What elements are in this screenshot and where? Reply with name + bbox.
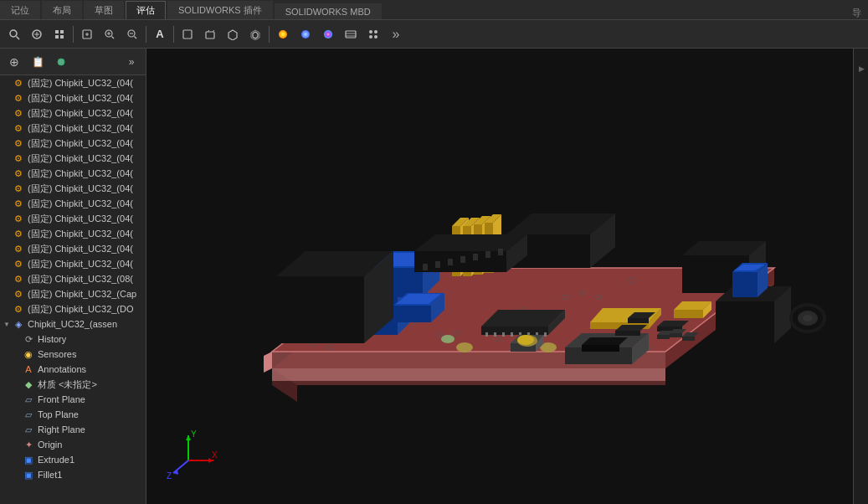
svg-rect-19 (183, 30, 192, 39)
menu-tabs: 记位 布局 草图 评估 SOLIDWORKS 插件 SOLIDWORKS MBD… (0, 0, 868, 20)
sidebar-tree-item-9[interactable]: ⚙ (固定) Chipkit_UC32_(04( (0, 196, 146, 211)
toolbar-zoom-in[interactable] (99, 23, 121, 45)
svg-rect-20 (206, 32, 214, 39)
sidebar-tree-item-19[interactable]: ◉ Sensores (0, 347, 146, 362)
sidebar-tree-item-13[interactable]: ⚙ (固定) Chipkit_UC32_(04( (0, 256, 146, 271)
sidebar-expand-btn[interactable]: » (121, 51, 142, 73)
svg-point-65 (456, 342, 473, 352)
pcb-3d-view: Y X Z (146, 49, 868, 504)
svg-rect-150 (448, 259, 453, 265)
sidebar-tree-item-25[interactable]: ✦ Origin (0, 437, 146, 452)
svg-point-0 (10, 30, 17, 37)
toolbar-orient-2[interactable] (199, 23, 221, 45)
toolbar-orient-1[interactable] (177, 23, 198, 45)
toolbar-color-1[interactable] (272, 23, 294, 45)
sidebar-tree-item-1[interactable]: ⚙ (固定) Chipkit_UC32_(04( (0, 75, 146, 90)
sidebar-tree-item-12[interactable]: ⚙ (固定) Chipkit_UC32_(04( (0, 241, 146, 256)
svg-rect-152 (473, 254, 478, 260)
svg-rect-71 (502, 332, 505, 337)
svg-rect-151 (460, 256, 465, 263)
sidebar-tree-item-10[interactable]: ⚙ (固定) Chipkit_UC32_(04( (0, 211, 146, 226)
svg-marker-131 (615, 331, 640, 336)
svg-point-28 (324, 30, 332, 39)
sidebar-tree-item-4[interactable]: ⚙ (固定) Chipkit_UC32_(04( (0, 121, 146, 136)
svg-marker-114 (716, 301, 774, 343)
tab-buju[interactable]: 布局 (42, 1, 82, 19)
sidebar-tree-item-21[interactable]: ◆ 材质 <未指定> (0, 377, 146, 392)
sidebar-tree-item-17[interactable]: ▼ ◈ Chipkit_UC32_(assen (0, 316, 146, 332)
toolbar-zoom-fit[interactable] (76, 23, 98, 45)
svg-marker-140 (657, 335, 670, 339)
svg-marker-23 (229, 30, 237, 40)
svg-marker-142 (670, 333, 682, 337)
sidebar-tree-item-23[interactable]: ▱ Top Plane (0, 407, 146, 422)
tab-caotu[interactable]: 草图 (84, 1, 124, 19)
sidebar-tree-item-15[interactable]: ⚙ (固定) Chipkit_UC32_(Cap (0, 286, 146, 301)
toolbar: A » (0, 20, 868, 49)
svg-rect-76 (544, 332, 547, 337)
main-area: ⊕ 📋 » ⚙ (固定) Chipkit_UC32_(04( ⚙ (固定) Ch… (0, 49, 868, 504)
toolbar-btn-2[interactable] (26, 23, 48, 45)
sidebar-tree-item-7[interactable]: ⚙ (固定) Chipkit_UC32_(04( (0, 166, 146, 181)
toolbar-zoom-out[interactable] (121, 23, 143, 45)
toolbar-orient-3[interactable] (222, 23, 244, 45)
toolbar-btn-3[interactable] (49, 23, 70, 45)
sidebar-pin-btn[interactable]: ⊕ (3, 51, 25, 73)
sidebar-toolbar: ⊕ 📋 » (0, 49, 146, 75)
sidebar-view-btn[interactable] (50, 51, 72, 73)
sidebar-tree: ⚙ (固定) Chipkit_UC32_(04( ⚙ (固定) Chipkit_… (0, 75, 146, 504)
svg-marker-46 (272, 368, 665, 381)
svg-marker-144 (682, 337, 695, 341)
sidebar-tree-item-14[interactable]: ⚙ (固定) Chipkit_UC32_(08( (0, 271, 146, 286)
svg-rect-7 (55, 35, 59, 39)
svg-point-32 (369, 30, 372, 33)
toolbar-display-2[interactable] (362, 23, 384, 45)
svg-marker-127 (732, 272, 758, 297)
svg-marker-133 (628, 318, 649, 323)
svg-point-158 (803, 315, 813, 321)
tab-sw-mbd[interactable]: SOLIDWORKS MBD (275, 3, 382, 19)
right-panel-btn[interactable]: ▶ (855, 52, 867, 85)
toolbar-more[interactable]: » (385, 23, 407, 45)
sidebar-tree-item-8[interactable]: ⚙ (固定) Chipkit_UC32_(04( (0, 181, 146, 196)
tab-jiwei[interactable]: 记位 (0, 1, 40, 19)
toolbar-color-3[interactable] (317, 23, 339, 45)
svg-marker-137 (674, 310, 703, 318)
sidebar-tree-item-22[interactable]: ▱ Front Plane (0, 392, 146, 407)
sidebar-tree-item-5[interactable]: ⚙ (固定) Chipkit_UC32_(04( (0, 136, 146, 151)
sidebar-tree-item-20[interactable]: A Annotations (0, 362, 146, 377)
tab-pingjia[interactable]: 评估 (126, 1, 166, 19)
toolbar-btn-1[interactable] (3, 23, 25, 45)
svg-text:Y: Y (191, 429, 197, 439)
svg-line-18 (135, 36, 137, 39)
svg-rect-70 (494, 332, 496, 337)
svg-point-26 (279, 30, 287, 39)
sidebar-tree-item-11[interactable]: ⚙ (固定) Chipkit_UC32_(04( (0, 226, 146, 241)
toolbar-display-1[interactable] (340, 23, 362, 45)
right-panel: ▶ (853, 49, 868, 504)
toolbar-orient-4[interactable] (244, 23, 266, 45)
sidebar-tree-item-24[interactable]: ▱ Right Plane (0, 422, 146, 437)
sidebar-tree-item-27[interactable]: ▣ Fillet1 (0, 467, 146, 482)
svg-rect-148 (423, 264, 428, 270)
sidebar-tree-item-6[interactable]: ⚙ (固定) Chipkit_UC32_(04( (0, 151, 146, 166)
svg-rect-29 (346, 31, 356, 38)
sidebar-tree-item-26[interactable]: ▣ Extrude1 (0, 452, 146, 467)
sidebar-tree-item-2[interactable]: ⚙ (固定) Chipkit_UC32_(04( (0, 90, 146, 105)
viewport[interactable]: Y X Z ▶ (146, 49, 868, 504)
svg-point-125 (517, 335, 534, 345)
toolbar-text-btn[interactable]: A (149, 23, 171, 45)
sidebar-tree-item-16[interactable]: ⚙ (固定) Chipkit_UC32_(DO (0, 301, 146, 316)
svg-text:Z: Z (167, 471, 172, 481)
svg-point-27 (301, 30, 310, 39)
sidebar-tree-item-3[interactable]: ⚙ (固定) Chipkit_UC32_(04( (0, 105, 146, 121)
svg-line-1 (17, 36, 20, 39)
sidebar-copy-btn[interactable]: 📋 (27, 51, 49, 73)
svg-marker-89 (393, 306, 431, 322)
sidebar: ⊕ 📋 » ⚙ (固定) Chipkit_UC32_(04( ⚙ (固定) Ch… (0, 49, 146, 504)
toolbar-color-2[interactable] (295, 23, 316, 45)
svg-rect-6 (60, 30, 64, 33)
tab-sw-plugin[interactable]: SOLIDWORKS 插件 (167, 1, 273, 19)
svg-marker-105 (276, 276, 364, 343)
sidebar-tree-item-18[interactable]: ⟳ History (0, 332, 146, 347)
